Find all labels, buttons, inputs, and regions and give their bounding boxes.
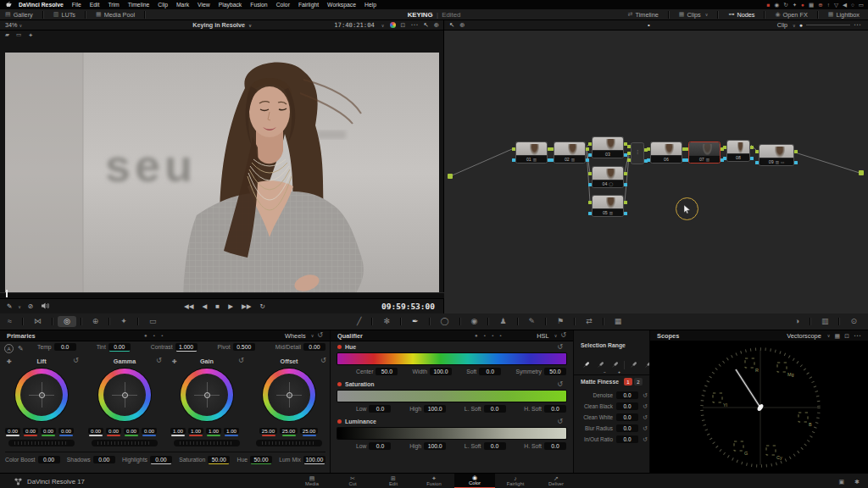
lum-hsoft-field[interactable]: 0.0 [544,442,566,450]
reset-gain-icon[interactable]: ↺ [238,358,244,364]
viewer-jog-bar[interactable] [0,292,444,298]
scopes-layout-icon[interactable]: ▦ [835,333,841,339]
tint-field[interactable]: 0.00 [108,343,131,351]
page-color-active[interactable]: ◉Color [454,474,495,488]
color-match-icon[interactable]: ⋈ [28,318,47,325]
page-media[interactable]: ▤Media [292,474,332,488]
hdr-grade-icon[interactable]: ⊕ [86,318,105,325]
spotlight-search-icon[interactable]: ○ [851,2,854,8]
node-mode-label[interactable]: Clip [777,21,787,29]
color-picker-minus-icon[interactable]: − [596,358,605,373]
node-06[interactable]: 06 [650,141,682,164]
hue-soft-field[interactable]: 0.0 [479,368,501,375]
offset-red-value[interactable]: 25.00 [259,428,277,434]
saturation-range-bar[interactable] [337,391,566,402]
layer-mixer-node[interactable]: ⋮ [631,142,644,164]
lum-mix-field[interactable]: 100.00 [303,456,326,463]
color-warper-icon[interactable]: ✻ [377,318,396,325]
curves-icon[interactable]: ╱ [351,318,367,325]
node-05[interactable]: 05▥ [592,195,624,217]
loop-icon[interactable]: ↻ [260,303,265,310]
reset-saturation-icon[interactable]: ↺ [557,381,563,388]
scopes-toggle-icon[interactable]: ▥ [815,318,835,325]
node-09[interactable]: 09▥▭ [759,144,794,166]
softness-picker-plus-icon[interactable] [629,358,638,373]
sat-low-field[interactable]: 0.0 [369,405,391,413]
stop-icon[interactable]: ■ [215,303,220,310]
timeline-button[interactable]: ⇄ Timeline [623,9,664,19]
sizing-icon[interactable]: ⇄ [580,318,598,325]
sat-hsoft-field[interactable]: 0.0 [544,405,566,413]
reset-qualifier-icon[interactable]: ↺ [560,332,566,339]
blur-icon[interactable]: ✎ [523,318,542,325]
page-fairlight[interactable]: ♪Fairlight [495,474,536,488]
node-zoom-slider[interactable] [806,25,850,25]
saturation-field[interactable]: 50.00 [208,456,230,463]
reset-in-out-ratio-icon[interactable]: ↺ [643,436,648,442]
annotation-pencil-icon[interactable]: ✎ [7,303,12,310]
gain-wheel[interactable] [181,369,233,421]
menu-view[interactable]: View [198,2,210,8]
reset-hue-icon[interactable]: ↺ [557,344,563,351]
color-wheels-icon[interactable]: ◎ [58,316,76,327]
wheels-mode-dropdown[interactable]: Wheels [285,332,306,340]
motion-effects-icon[interactable]: ▭ [143,318,163,325]
lum-lsoft-field[interactable]: 0.0 [484,442,506,450]
lightbox-button[interactable]: ▦ Lightbox [823,9,865,19]
viewer-options-icon[interactable]: ⋯ [410,21,418,29]
color-wheel-icon[interactable] [390,22,396,28]
clips-button[interactable]: ▦ Clips ∨ [674,9,714,19]
node-output-square[interactable] [859,170,864,175]
menu-workspace[interactable]: Workspace [327,2,356,8]
hue-center-field[interactable]: 50.0 [376,368,398,375]
gain-green-value[interactable]: 1.00 [206,428,221,434]
menu-fusion[interactable]: Fusion [250,2,267,8]
white-balance-picker-icon[interactable]: ✎ [18,346,24,352]
lum-low-field[interactable]: 0.0 [369,442,391,450]
play-icon[interactable]: ▶ [228,303,233,310]
offset-master-dial[interactable] [256,440,322,446]
switch-control-icon[interactable]: ▭ [859,2,864,8]
node-03[interactable]: 03 [592,136,624,158]
clean-black-field[interactable]: 0.0 [616,402,638,410]
denoise-field[interactable]: 0.0 [616,391,638,399]
gallery-button[interactable]: ▤ Gallery [0,9,38,19]
menu-playback[interactable]: Playback [219,2,242,8]
key-icon[interactable]: ⚑ [551,318,570,325]
page-fusion[interactable]: ✦Fusion [414,474,454,488]
enhanced-viewer-icon[interactable]: ✦ [28,32,33,38]
gamma-green-value[interactable]: 0.00 [124,428,139,434]
color-picker-icon[interactable] [581,358,591,373]
lift-master-dial[interactable] [8,440,75,446]
auto-balance-icon[interactable]: A [4,344,14,353]
display-icon[interactable]: ▦ [809,2,814,8]
rgb-mixer-icon[interactable]: ✦ [114,318,133,325]
luminance-range-bar[interactable] [337,428,566,439]
pivot-field[interactable]: 0.500 [233,343,255,351]
source-timecode[interactable]: 17:40:21:04 [334,21,375,29]
luts-button[interactable]: ▥ LUTs [48,9,81,19]
in-out-ratio-field[interactable]: 0.0 [616,435,638,443]
menu-davinci-resolve[interactable]: DaVinci Resolve [19,2,64,8]
viewer-playhead[interactable] [6,290,8,297]
gain-blue-value[interactable]: 1.00 [224,428,239,434]
node-options-icon[interactable]: ⋯ [854,21,861,29]
apple-menu-icon[interactable] [6,1,12,8]
reset-clean-black-icon[interactable]: ↺ [643,403,648,409]
page-edit[interactable]: ⊞Edit [373,474,414,488]
headphones-icon[interactable]: ◉ [775,2,780,8]
hue-field[interactable]: 50.00 [250,456,272,463]
gamma-red-value[interactable]: 0.00 [106,428,121,434]
hue-range-bar[interactable] [337,353,566,364]
magic-mask-icon[interactable]: ♟ [493,318,512,325]
sync-icon[interactable]: ↻ [783,2,787,8]
reset-blur-radius-icon[interactable]: ↺ [643,425,648,431]
node-07-selected[interactable]: 07▥ [688,141,721,164]
reset-denoise-icon[interactable]: ↺ [643,392,648,398]
node-pan-tool-icon[interactable]: ⊕ [459,22,465,29]
expand-viewer-icon[interactable]: ⊡ [401,22,406,28]
saturation-enable-toggle[interactable] [337,382,342,386]
red-dot-icon[interactable]: ● [801,2,804,8]
hsl-mode-dropdown[interactable]: HSL [537,332,548,340]
wifi-icon[interactable]: ▽ [834,2,838,8]
